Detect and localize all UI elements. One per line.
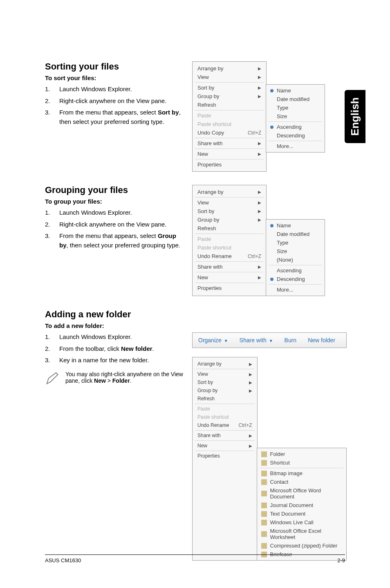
submenu-groupby: NameDate modifiedTypeSize(None)Ascending… (266, 219, 325, 296)
menu-item[interactable]: Arrange by▶ (193, 360, 257, 368)
submenu-item[interactable]: Ascending (266, 123, 325, 131)
chevron-right-icon: ▶ (249, 372, 252, 377)
menu-item[interactable]: Paste (193, 235, 266, 243)
menu-item[interactable]: Paste shortcut (193, 120, 266, 128)
submenu-item[interactable]: (None) (266, 256, 325, 264)
submenu-item[interactable]: Date modified (266, 95, 325, 103)
submenu-item[interactable]: Journal Document (257, 501, 346, 509)
steps-sorting: 1.Launch Windows Explorer. 2.Right-click… (45, 85, 184, 126)
submenu-item[interactable]: More... (266, 142, 325, 150)
section-grouping: Grouping your files To group your files:… (45, 185, 345, 296)
menu-item[interactable]: View▶ (193, 370, 257, 378)
menu-item[interactable]: Paste shortcut (193, 413, 257, 421)
submenu-item[interactable]: Text Document (257, 509, 346, 518)
chevron-right-icon: ▶ (258, 75, 261, 79)
bullet-icon (270, 126, 273, 129)
menu-item[interactable]: Share with▶ (193, 263, 266, 271)
menu-item[interactable]: New▶ (193, 273, 266, 282)
menu-item[interactable]: Refresh (193, 224, 266, 233)
submenu-item[interactable]: Size (266, 112, 325, 121)
context-menu-primary-2: Arrange by▶View▶Sort by▶Group by▶Refresh… (192, 185, 267, 296)
menu-item[interactable]: Properties (193, 284, 266, 292)
menu-item[interactable]: Sort by▶ (193, 83, 266, 92)
menu-item[interactable]: Undo RenameCtrl+Z (193, 252, 266, 260)
submenu-item[interactable]: More... (266, 285, 325, 294)
submenu-item[interactable]: Microsoft Office Word Document (257, 486, 346, 501)
menu-item[interactable]: New▶ (193, 150, 266, 158)
menu-item[interactable]: Share with▶ (193, 431, 257, 440)
chevron-right-icon: ▶ (258, 94, 261, 99)
menu-item[interactable]: Undo RenameCtrl+Z (193, 421, 257, 429)
file-type-icon (261, 491, 267, 496)
menu-item[interactable]: Arrange by▶ (193, 64, 266, 73)
toolbar-sharewith[interactable]: Share with ▼ (240, 337, 273, 343)
note-text: You may also right-click anywhere on the… (65, 371, 184, 384)
chevron-right-icon: ▶ (258, 275, 261, 280)
submenu-item[interactable]: Windows Live Call (257, 518, 346, 527)
menu-item[interactable]: Group by▶ (193, 92, 266, 101)
heading-newfolder: Adding a new folder (45, 309, 345, 320)
chevron-right-icon: ▶ (258, 200, 261, 205)
file-type-icon (261, 479, 267, 485)
submenu-item[interactable]: Shortcut (257, 458, 346, 467)
file-type-icon (261, 531, 267, 537)
subhead-newfolder: To add a new folder: (45, 322, 345, 329)
subhead-grouping: To group your files: (45, 198, 184, 205)
menu-item[interactable]: Paste shortcut (193, 243, 266, 252)
menu-item[interactable]: Paste (193, 405, 257, 413)
heading-sorting: Sorting your files (45, 61, 184, 72)
menu-item[interactable]: Paste (193, 111, 266, 120)
toolbar-organize[interactable]: Organize ▼ (198, 337, 228, 343)
menu-item[interactable]: Sort by▶ (193, 378, 257, 386)
menu-item[interactable]: Undo CopyCtrl+Z (193, 128, 266, 137)
menu-item[interactable]: Refresh (193, 395, 257, 403)
context-menu-new: Arrange by▶View▶Sort by▶Group by▶Refresh… (192, 357, 347, 561)
menu-item[interactable]: Sort by▶ (193, 207, 266, 215)
submenu-item[interactable]: Size (266, 247, 325, 256)
submenu-item[interactable]: Name (266, 86, 325, 95)
submenu-new: FolderShortcutBitmap imageContactMicroso… (257, 448, 347, 561)
menu-item[interactable]: New▶ (193, 442, 257, 450)
chevron-right-icon: ▶ (258, 209, 261, 213)
menu-item[interactable]: Arrange by▶ (193, 188, 266, 196)
submenu-item[interactable]: Bitmap image (257, 469, 346, 478)
submenu-item[interactable]: Descending (266, 131, 325, 140)
menu-item[interactable]: Share with▶ (193, 139, 266, 148)
submenu-item[interactable]: Contact (257, 478, 346, 486)
menu-item[interactable]: Refresh (193, 101, 266, 109)
pencil-icon (45, 371, 60, 386)
submenu-item[interactable]: Ascending (266, 266, 325, 275)
subhead-sorting: To sort your files: (45, 74, 184, 81)
file-type-icon (261, 520, 267, 525)
menu-item[interactable]: View▶ (193, 198, 266, 207)
chevron-right-icon: ▶ (258, 152, 261, 156)
steps-grouping: 1.Launch Windows Explorer. 2.Right-click… (45, 208, 184, 250)
menu-item[interactable]: Group by▶ (193, 215, 266, 224)
chevron-right-icon: ▶ (249, 388, 252, 393)
submenu-item[interactable]: Date modified (266, 230, 325, 238)
submenu-item[interactable]: Microsoft Office Excel Worksheet (257, 527, 346, 541)
steps-newfolder: 1.Launch Windows Explorer. 2.From the to… (45, 332, 184, 365)
context-menu-primary: Arrange by▶View▶Sort by▶Group by▶Refresh… (192, 61, 267, 172)
chevron-right-icon: ▶ (258, 66, 261, 71)
submenu-item[interactable]: Folder (257, 450, 346, 458)
note-box: You may also right-click anywhere on the… (45, 371, 184, 386)
toolbar-burn[interactable]: Burn (285, 337, 297, 343)
page-footer: ASUS CM1630 2-9 (45, 554, 345, 563)
context-menu-primary-3: Arrange by▶View▶Sort by▶Group by▶Refresh… (192, 357, 258, 561)
submenu-item[interactable]: Compressed (zipped) Folder (257, 541, 346, 550)
menu-item[interactable]: Properties (193, 452, 257, 460)
submenu-sortby: NameDate modifiedTypeSizeAscendingDescen… (266, 84, 325, 153)
submenu-item[interactable]: Descending (266, 275, 325, 283)
menu-item[interactable]: Group by▶ (193, 386, 257, 395)
bullet-icon (270, 278, 273, 281)
toolbar-newfolder[interactable]: New folder (308, 337, 335, 343)
context-menu-groupby: Arrange by▶View▶Sort by▶Group by▶Refresh… (192, 185, 345, 296)
submenu-item[interactable]: Type (266, 103, 325, 112)
chevron-right-icon: ▶ (258, 141, 261, 146)
submenu-item[interactable]: Name (266, 221, 325, 230)
menu-item[interactable]: View▶ (193, 73, 266, 81)
submenu-item[interactable]: Type (266, 238, 325, 247)
footer-right: 2-9 (337, 557, 345, 563)
menu-item[interactable]: Properties (193, 160, 266, 169)
